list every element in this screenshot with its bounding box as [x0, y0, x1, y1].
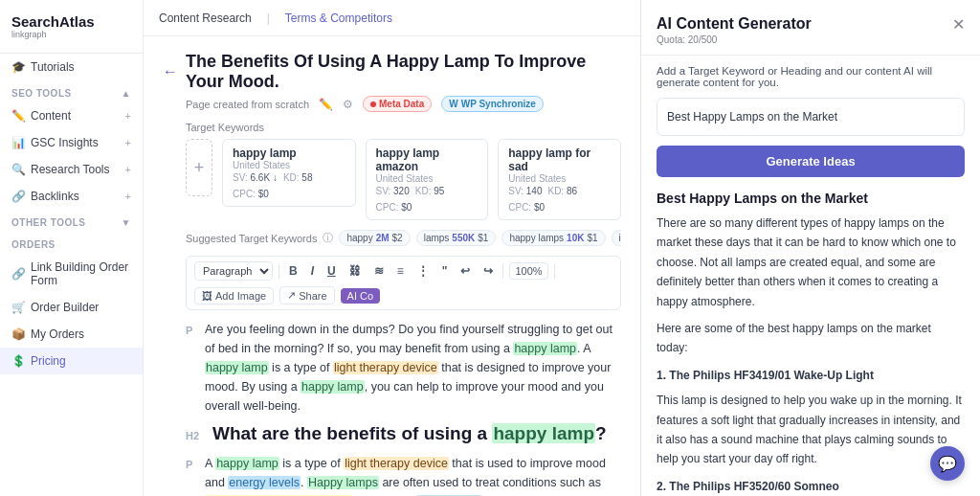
- topbar-terms[interactable]: Terms & Competitors: [285, 11, 392, 25]
- toolbar-sep-3: [554, 263, 555, 279]
- sidebar-item-my-orders[interactable]: 📦 My Orders: [0, 321, 143, 348]
- toolbar-sep-1: [278, 263, 279, 279]
- document-header: ← The Benefits Of Using A Happy Lamp To …: [163, 52, 621, 92]
- order-builder-icon: 🛒: [11, 301, 25, 314]
- generate-ideas-button[interactable]: Generate Ideas: [657, 146, 965, 177]
- ai-result-item-1-desc: This lamp is designed to help you wake u…: [657, 391, 965, 469]
- logo: SearchAtlas linkgraph: [0, 0, 143, 54]
- research-icon: 🔍: [11, 163, 25, 176]
- redo-button[interactable]: ↪: [479, 262, 497, 280]
- sug-kw-0[interactable]: happy 2M $2: [339, 230, 410, 246]
- ai-result-body: There are so many different types of hap…: [657, 214, 965, 496]
- document-editor: ← The Benefits Of Using A Happy Lamp To …: [144, 36, 640, 496]
- add-image-button[interactable]: 🖼 Add Image: [194, 287, 274, 304]
- edit-icon[interactable]: ✏️: [319, 98, 333, 111]
- document-subtitle: Page created from scratch ✏️ ⚙ Meta Data…: [186, 96, 621, 112]
- ai-panel-close-button[interactable]: ✕: [952, 15, 965, 34]
- info-icon[interactable]: ⓘ: [323, 231, 333, 245]
- target-keywords-label: Target Keywords: [186, 122, 621, 133]
- logo-title: SearchAtlas: [11, 13, 131, 30]
- tutorials-icon: 🎓: [11, 60, 25, 74]
- research-label: Research Tools: [31, 163, 110, 176]
- logo-subtitle: linkgraph: [11, 30, 131, 39]
- chat-icon: 💬: [938, 455, 957, 473]
- doc-paragraph-1: P Are you feeling down in the dumps? Do …: [186, 320, 621, 416]
- content-label: Content: [31, 109, 71, 123]
- my-orders-label: My Orders: [31, 327, 84, 341]
- ai-result-p2: Here are some of the best happy lamps on…: [657, 319, 965, 358]
- link-button[interactable]: ⛓: [345, 262, 365, 280]
- keyword-card-2: happy lamp for sad United States SV: 140…: [498, 139, 621, 220]
- editor-toolbar: Paragraph B I U ⛓ ≋ ≡ ⋮ " ↩ ↪ 100% 🖼 Add…: [186, 256, 621, 310]
- settings-icon[interactable]: ⚙: [343, 98, 353, 111]
- link-building-icon: 🔗: [11, 267, 25, 281]
- sidebar-item-tutorials[interactable]: 🎓 Tutorials: [0, 54, 143, 80]
- ai-keyword-input[interactable]: [657, 98, 965, 136]
- paragraph-select[interactable]: Paragraph: [194, 261, 273, 281]
- pricing-label: Pricing: [31, 354, 66, 368]
- link-building-label: Link Building Order Form: [31, 260, 131, 287]
- tutorials-label: Tutorials: [31, 60, 75, 74]
- meta-data-badge[interactable]: Meta Data: [363, 96, 432, 112]
- meta-dot: [370, 101, 376, 107]
- share-icon: ↗: [287, 289, 296, 302]
- wp-sync-badge[interactable]: W WP Synchronize: [441, 96, 544, 112]
- sug-kw-1[interactable]: lamps 550K $1: [416, 230, 497, 246]
- sidebar-item-content[interactable]: ✏️ Content +: [0, 102, 143, 129]
- chat-bubble-button[interactable]: 💬: [930, 446, 965, 481]
- ai-quota: Quota: 20/500: [657, 34, 812, 45]
- my-orders-icon: 📦: [11, 327, 25, 341]
- backlinks-label: Backlinks: [31, 190, 79, 203]
- sug-kw-3[interactable]: improve your mood 260 $2: [612, 230, 621, 246]
- blockquote-button[interactable]: ": [438, 262, 452, 280]
- ai-result-p1: There are so many different types of hap…: [657, 214, 965, 311]
- suggested-keywords-row: Suggested Target Keywords ⓘ happy 2M $2 …: [186, 230, 621, 248]
- ai-result-item-2: 2. The Philips HF3520/60 Somneo: [657, 477, 965, 496]
- sidebar-item-gsc[interactable]: 📊 GSC Insights +: [0, 129, 143, 156]
- ai-result-item-1: 1. The Philips HF3419/01 Wake-Up Light: [657, 366, 965, 385]
- add-keyword-button[interactable]: +: [186, 139, 212, 196]
- gsc-label: GSC Insights: [31, 136, 99, 149]
- undo-button[interactable]: ↩: [457, 262, 474, 280]
- list-ol-button[interactable]: ⋮: [413, 262, 433, 280]
- underline-button[interactable]: U: [323, 262, 340, 280]
- ai-panel-description: Add a Target Keyword or Heading and our …: [657, 56, 965, 88]
- sidebar-item-research[interactable]: 🔍 Research Tools +: [0, 156, 143, 183]
- keyword-card-1: happy lamp amazon United States SV: 320 …: [366, 139, 489, 220]
- sidebar-item-link-building[interactable]: 🔗 Link Building Order Form: [0, 254, 143, 294]
- topbar-divider: |: [267, 11, 270, 25]
- page-created-label: Page created from scratch: [186, 99, 309, 110]
- ai-result-title: Best Happy Lamps on the Market: [657, 191, 965, 206]
- topbar: Content Research | Terms & Competitors: [144, 0, 640, 36]
- suggested-label: Suggested Target Keywords: [186, 233, 317, 244]
- back-button[interactable]: ←: [163, 63, 178, 80]
- backlinks-icon: 🔗: [11, 190, 25, 203]
- topbar-content-research[interactable]: Content Research: [159, 11, 252, 25]
- bold-button[interactable]: B: [285, 262, 301, 280]
- doc-paragraph-2: P A happy lamp is a type of light therap…: [186, 454, 621, 496]
- seo-tools-section: SEO TOOLS ▲: [0, 80, 143, 102]
- orders-section: ORDERS: [0, 232, 143, 254]
- document-title: The Benefits Of Using A Happy Lamp To Im…: [186, 52, 621, 92]
- ai-result-section: Best Happy Lamps on the Market There are…: [641, 191, 980, 496]
- sidebar-item-pricing[interactable]: 💲 Pricing: [0, 348, 143, 374]
- list-ul-button[interactable]: ≡: [393, 262, 408, 280]
- sidebar-item-order-builder[interactable]: 🛒 Order Builder: [0, 294, 143, 321]
- share-button[interactable]: ↗ Share: [279, 286, 334, 304]
- order-builder-label: Order Builder: [31, 301, 99, 314]
- wp-icon: W: [449, 99, 457, 109]
- italic-button[interactable]: I: [307, 262, 318, 280]
- keyword-card-0: happy lamp United States SV: 6.6K ↓ KD: …: [222, 139, 356, 207]
- sug-kw-2[interactable]: happy lamps 10K $1: [501, 230, 605, 246]
- ai-co-button[interactable]: AI Co: [341, 288, 381, 304]
- main-area: Content Research | Terms & Competitors ←…: [144, 0, 640, 496]
- image-icon: 🖼: [202, 290, 212, 302]
- special-button[interactable]: ≋: [370, 262, 388, 280]
- gsc-icon: 📊: [11, 136, 25, 149]
- other-tools-section: OthER Tools ▼: [0, 210, 143, 232]
- ai-panel-header: AI Content Generator Quota: 20/500 ✕: [641, 0, 980, 56]
- zoom-level: 100%: [509, 262, 547, 280]
- content-icon: ✏️: [11, 109, 25, 123]
- pricing-icon: 💲: [11, 354, 25, 368]
- sidebar-item-backlinks[interactable]: 🔗 Backlinks +: [0, 183, 143, 210]
